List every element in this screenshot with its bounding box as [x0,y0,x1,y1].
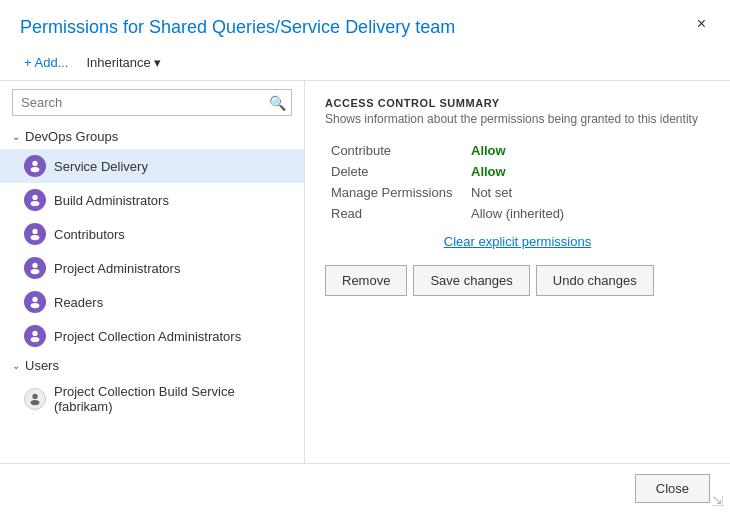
svg-point-7 [31,269,40,274]
perm-label: Delete [325,161,465,182]
avatar [24,223,46,245]
remove-button[interactable]: Remove [325,265,407,296]
svg-point-13 [31,400,40,405]
list-item[interactable]: Project Collection Administrators [0,319,304,353]
list-item-label: Project Collection Build Service (fabrik… [54,384,292,414]
avatar [24,155,46,177]
perm-value: Allow [465,140,710,161]
list-item[interactable]: Project Collection Build Service (fabrik… [0,378,304,420]
acs-subtitle: Shows information about the permissions … [325,112,710,126]
resize-handle[interactable]: ⇲ [712,493,724,509]
list-item-label: Service Delivery [54,159,148,174]
svg-point-12 [32,394,37,399]
devops-groups-label: DevOps Groups [25,129,118,144]
close-button[interactable]: Close [635,474,710,503]
table-row: Delete Allow [325,161,710,182]
list-item-label: Contributors [54,227,125,242]
svg-point-3 [31,201,40,206]
chevron-down-icon: ▾ [154,55,161,70]
acs-title: ACCESS CONTROL SUMMARY [325,97,710,109]
table-row: Contribute Allow [325,140,710,161]
list-item[interactable]: Build Administrators [0,183,304,217]
list-item[interactable]: Service Delivery [0,149,304,183]
list-item-label: Project Administrators [54,261,180,276]
permissions-dialog: Permissions for Shared Queries/Service D… [0,0,730,513]
perm-value: Not set [465,182,710,203]
inheritance-label: Inheritance [86,55,150,70]
perm-label: Manage Permissions [325,182,465,203]
svg-point-1 [31,167,40,172]
chevron-down-icon: ⌄ [12,360,20,371]
dialog-body: 🔍 ⌄ DevOps Groups Service Delivery [0,81,730,463]
list-item[interactable]: Project Administrators [0,251,304,285]
search-input[interactable] [12,89,292,116]
dialog-footer: Close [0,463,730,513]
clear-explicit-permissions-link[interactable]: Clear explicit permissions [325,234,710,249]
avatar [24,291,46,313]
group-list: ⌄ DevOps Groups Service Delivery Build A… [0,124,304,463]
list-item[interactable]: Contributors [0,217,304,251]
svg-point-11 [31,337,40,342]
perm-label: Read [325,203,465,224]
table-row: Read Allow (inherited) [325,203,710,224]
dialog-toolbar: + Add... Inheritance ▾ [0,47,730,81]
table-row: Manage Permissions Not set [325,182,710,203]
list-item[interactable]: Readers [0,285,304,319]
list-item-label: Readers [54,295,103,310]
undo-changes-button[interactable]: Undo changes [536,265,654,296]
dialog-header: Permissions for Shared Queries/Service D… [0,0,730,47]
svg-point-4 [32,229,37,234]
perm-value: Allow (inherited) [465,203,710,224]
left-panel: 🔍 ⌄ DevOps Groups Service Delivery [0,81,305,463]
save-changes-button[interactable]: Save changes [413,265,529,296]
perm-label: Contribute [325,140,465,161]
list-item-label: Build Administrators [54,193,169,208]
avatar [24,388,46,410]
svg-point-10 [32,331,37,336]
avatar [24,325,46,347]
list-item-label: Project Collection Administrators [54,329,241,344]
avatar [24,189,46,211]
permissions-table: Contribute Allow Delete Allow Manage Per… [325,140,710,224]
svg-point-8 [32,297,37,302]
users-group-label: Users [25,358,59,373]
inheritance-button[interactable]: Inheritance ▾ [80,53,166,72]
right-panel: ACCESS CONTROL SUMMARY Shows information… [305,81,730,463]
search-icon[interactable]: 🔍 [269,95,286,111]
search-container: 🔍 [0,81,304,124]
chevron-down-icon: ⌄ [12,131,20,142]
svg-point-6 [32,263,37,268]
avatar [24,257,46,279]
perm-value: Allow [465,161,710,182]
dialog-title: Permissions for Shared Queries/Service D… [20,16,455,39]
svg-point-2 [32,195,37,200]
users-group-header[interactable]: ⌄ Users [0,353,304,378]
svg-point-9 [31,303,40,308]
devops-groups-header[interactable]: ⌄ DevOps Groups [0,124,304,149]
add-button[interactable]: + Add... [20,53,72,72]
close-icon-button[interactable]: × [693,16,710,32]
action-buttons: Remove Save changes Undo changes [325,265,710,296]
svg-point-0 [32,161,37,166]
svg-point-5 [31,235,40,240]
